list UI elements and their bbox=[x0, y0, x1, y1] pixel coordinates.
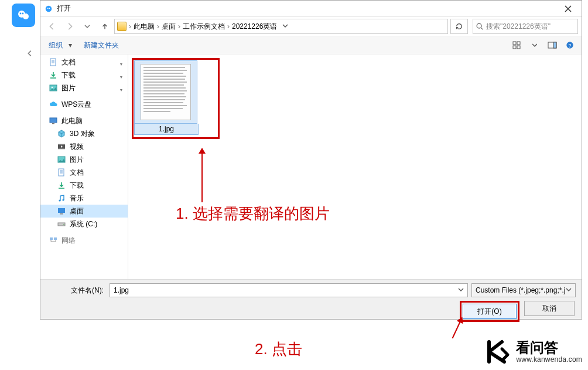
tree-item-downloads-2[interactable]: 下载 bbox=[40, 179, 128, 192]
svg-point-7 bbox=[477, 23, 481, 28]
svg-point-18 bbox=[52, 87, 53, 89]
filename-input[interactable]: 1.jpg bbox=[110, 283, 468, 297]
svg-rect-27 bbox=[60, 213, 63, 215]
svg-rect-11 bbox=[517, 46, 520, 49]
cancel-button[interactable]: 取消 bbox=[524, 301, 575, 316]
breadcrumb-dropdown[interactable] bbox=[279, 22, 291, 30]
view-mode-dropdown[interactable] bbox=[527, 38, 543, 52]
svg-point-5 bbox=[47, 8, 49, 9]
tree-label: 系统 (C:) bbox=[70, 219, 97, 229]
breadcrumb-segment[interactable]: 桌面 bbox=[162, 22, 176, 32]
tree-item-documents-2[interactable]: 文档 bbox=[40, 166, 128, 179]
tree-item-drive-c[interactable]: 系统 (C:) bbox=[40, 218, 128, 230]
document-icon bbox=[49, 57, 58, 67]
music-icon bbox=[57, 194, 66, 203]
tree-item-this-pc[interactable]: 此电脑 bbox=[40, 114, 128, 127]
nav-back-button[interactable] bbox=[44, 19, 60, 34]
folder-icon bbox=[117, 22, 127, 31]
tree-item-videos[interactable]: 视频 bbox=[40, 140, 128, 153]
pc-icon bbox=[49, 116, 58, 125]
tree-item-pictures-2[interactable]: 图片 bbox=[40, 153, 128, 166]
search-placeholder: 搜索"20221226英语" bbox=[486, 22, 551, 32]
tree-label: 视频 bbox=[70, 142, 84, 152]
breadcrumb-segment[interactable]: 此电脑 bbox=[134, 22, 155, 32]
cloud-icon bbox=[49, 100, 58, 109]
tree-label: 图片 bbox=[61, 83, 76, 93]
svg-rect-19 bbox=[50, 118, 57, 123]
tree-label: 图片 bbox=[70, 155, 84, 165]
help-button[interactable]: ? bbox=[562, 38, 578, 52]
breadcrumb-bar[interactable]: › 此电脑 › 桌面 › 工作示例文档 › 20221226英语 bbox=[114, 19, 448, 34]
navigation-tree[interactable]: 文档 下载 图片 WPS云盘 此电脑 bbox=[40, 55, 128, 279]
svg-rect-20 bbox=[52, 123, 54, 124]
svg-rect-8 bbox=[513, 42, 516, 45]
file-type-filter[interactable]: Custom Files (*.jpeg;*.png;*.j bbox=[471, 283, 576, 297]
chevron-right-icon: › bbox=[157, 22, 159, 30]
svg-point-4 bbox=[46, 5, 52, 12]
watermark-logo-icon bbox=[484, 338, 511, 365]
download-icon bbox=[49, 70, 58, 80]
svg-rect-30 bbox=[50, 237, 53, 240]
chevron-right-icon: › bbox=[227, 22, 230, 30]
chevron-down-icon bbox=[566, 286, 572, 294]
svg-rect-13 bbox=[553, 42, 556, 48]
pictures-icon bbox=[57, 155, 66, 164]
preview-pane-button[interactable] bbox=[544, 38, 560, 52]
download-icon bbox=[57, 181, 66, 190]
tree-label: 音乐 bbox=[70, 194, 84, 203]
nav-recent-dropdown[interactable] bbox=[79, 19, 95, 34]
filename-history-dropdown[interactable] bbox=[458, 286, 464, 294]
file-list-area[interactable]: 1.jpg bbox=[128, 55, 582, 279]
tree-item-3d-objects[interactable]: 3D 对象 bbox=[40, 127, 128, 140]
dialog-titlebar: 打开 bbox=[40, 1, 582, 17]
svg-rect-9 bbox=[517, 42, 520, 45]
tree-item-wps-cloud[interactable]: WPS云盘 bbox=[40, 98, 128, 111]
tree-item-network[interactable]: 网络 bbox=[40, 234, 128, 247]
tree-item-pictures[interactable]: 图片 bbox=[40, 82, 128, 94]
svg-point-6 bbox=[49, 8, 50, 9]
filter-text: Custom Files (*.jpeg;*.png;*.j bbox=[476, 286, 565, 294]
tree-label: 下载 bbox=[61, 70, 76, 80]
collapse-sidebar-icon[interactable] bbox=[26, 49, 36, 60]
open-button[interactable]: 打开(O) bbox=[463, 304, 517, 319]
pin-icon bbox=[118, 72, 124, 78]
tree-item-desktop[interactable]: 桌面 bbox=[40, 205, 128, 218]
tree-label: 文档 bbox=[61, 57, 76, 67]
svg-text:?: ? bbox=[569, 43, 572, 49]
view-mode-button[interactable] bbox=[509, 38, 525, 52]
breadcrumb-segment[interactable]: 20221226英语 bbox=[232, 22, 277, 32]
open-file-dialog: 打开 › 此电脑 › 桌面 › 工作示例文档 › 20221226英语 搜 bbox=[40, 0, 582, 320]
app-logo bbox=[12, 4, 35, 27]
address-row: › 此电脑 › 桌面 › 工作示例文档 › 20221226英语 搜索"2022… bbox=[40, 17, 582, 36]
breadcrumb-segment[interactable]: 工作示例文档 bbox=[183, 22, 225, 32]
file-name-label: 1.jpg bbox=[134, 124, 199, 135]
dialog-toolbar: 组织 ▾ 新建文件夹 ? bbox=[40, 36, 582, 55]
svg-rect-26 bbox=[58, 208, 65, 213]
drive-icon bbox=[57, 219, 66, 229]
tree-item-documents[interactable]: 文档 bbox=[40, 56, 128, 69]
dialog-icon bbox=[44, 4, 53, 13]
file-item[interactable]: 1.jpg bbox=[134, 60, 199, 135]
organize-menu[interactable]: 组织 bbox=[44, 38, 67, 53]
tree-item-music[interactable]: 音乐 bbox=[40, 192, 128, 205]
annotation-arrow-2 bbox=[452, 321, 461, 339]
svg-point-3 bbox=[22, 13, 24, 15]
close-button[interactable] bbox=[558, 2, 578, 16]
dialog-bottom-panel: 文件名(N): 1.jpg Custom Files (*.jpeg;*.png… bbox=[40, 279, 582, 319]
nav-up-button[interactable] bbox=[97, 19, 113, 34]
nav-forward-button[interactable] bbox=[61, 19, 78, 34]
tree-item-downloads[interactable]: 下载 bbox=[40, 69, 128, 82]
search-input[interactable]: 搜索"20221226英语" bbox=[473, 19, 578, 34]
chevron-right-icon: › bbox=[178, 22, 180, 30]
svg-point-25 bbox=[62, 199, 64, 201]
cube-icon bbox=[57, 129, 66, 138]
document-icon bbox=[57, 168, 66, 177]
dialog-title: 打开 bbox=[57, 4, 71, 13]
refresh-button[interactable] bbox=[450, 19, 468, 34]
filename-value: 1.jpg bbox=[114, 286, 129, 294]
new-folder-button[interactable]: 新建文件夹 bbox=[79, 38, 124, 53]
file-thumbnail bbox=[134, 60, 197, 124]
tree-label: 网络 bbox=[61, 236, 76, 246]
svg-rect-23 bbox=[59, 169, 64, 176]
svg-point-1 bbox=[23, 13, 29, 19]
